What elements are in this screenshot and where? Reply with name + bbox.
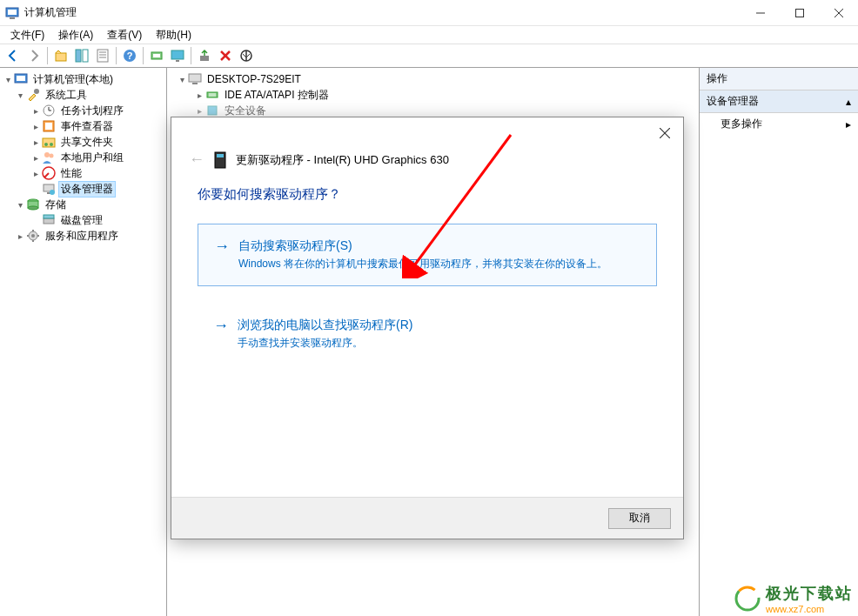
browse-option[interactable]: → 浏览我的电脑以查找驱动程序(R) 手动查找并安装驱动程序。 <box>198 304 657 365</box>
svg-rect-10 <box>97 50 108 62</box>
tree-label: 任务计划程序 <box>58 104 126 118</box>
watermark-text: 极光下载站 <box>766 583 853 604</box>
svg-rect-4 <box>795 9 803 17</box>
more-actions-item[interactable]: 更多操作 ▸ <box>700 113 858 135</box>
close-button[interactable] <box>819 0 858 26</box>
tree-label: 计算机管理(本地) <box>30 72 116 87</box>
tree-label: 事件查看器 <box>58 119 116 134</box>
arrow-right-icon: → <box>214 238 230 254</box>
svg-rect-25 <box>17 76 25 81</box>
expand-icon[interactable]: ▸ <box>30 106 42 116</box>
chevron-right-icon: ▸ <box>846 118 851 131</box>
tree-label: 磁盘管理 <box>58 213 105 228</box>
cancel-button[interactable]: 取消 <box>608 508 671 529</box>
svg-text:?: ? <box>127 50 133 61</box>
svg-rect-50 <box>192 83 198 84</box>
performance-icon <box>42 166 56 180</box>
back-button[interactable] <box>3 46 23 65</box>
tree-local-users[interactable]: ▸ 本地用户和组 <box>0 150 166 165</box>
computer-icon <box>188 72 202 86</box>
svg-rect-9 <box>83 50 88 62</box>
tree-services-apps[interactable]: ▸ 服务和应用程序 <box>0 228 166 244</box>
clock-icon <box>42 104 56 117</box>
tree-shared-folders[interactable]: ▸ 共享文件夹 <box>0 134 166 150</box>
up-button[interactable] <box>51 46 70 65</box>
svg-rect-51 <box>207 92 218 97</box>
maximize-button[interactable] <box>780 0 819 26</box>
forward-button[interactable] <box>24 46 44 65</box>
expand-icon[interactable]: ▸ <box>193 106 205 116</box>
arrow-right-icon: → <box>213 318 229 333</box>
tree-disk-mgmt[interactable]: ▸ 磁盘管理 <box>0 212 166 228</box>
expand-icon[interactable]: ▸ <box>193 90 205 100</box>
computer-mgmt-icon <box>14 72 28 86</box>
tree-storage[interactable]: ▾ 存储 <box>0 197 166 212</box>
auto-search-option[interactable]: → 自动搜索驱动程序(S) Windows 将在你的计算机中搜索最佳可用驱动程序… <box>198 224 657 286</box>
update-driver-button[interactable] <box>195 46 214 65</box>
menu-action[interactable]: 操作(A) <box>51 26 100 44</box>
tree-event-viewer[interactable]: ▸ 事件查看器 <box>0 118 166 134</box>
svg-rect-8 <box>76 50 81 62</box>
storage-icon <box>26 198 40 211</box>
tree-performance[interactable]: ▸ 性能 <box>0 165 166 181</box>
collapse-icon[interactable]: ▾ <box>14 200 26 210</box>
show-hide-tree-button[interactable] <box>72 46 91 65</box>
menu-view[interactable]: 查看(V) <box>100 26 149 44</box>
disable-button[interactable] <box>237 46 256 65</box>
tree-label: 安全设备 <box>222 104 269 118</box>
svg-rect-7 <box>56 53 66 61</box>
dialog-header: ← 更新驱动程序 - Intel(R) UHD Graphics 630 <box>171 117 683 177</box>
svg-rect-17 <box>153 54 160 57</box>
device-icon <box>213 151 227 169</box>
menubar: 文件(F) 操作(A) 查看(V) 帮助(H) <box>0 26 858 44</box>
expand-icon[interactable]: ▸ <box>30 122 42 131</box>
actions-header: 操作 <box>700 68 858 90</box>
tree-device-manager[interactable]: ▸ 设备管理器 <box>0 181 166 197</box>
scan-hardware-button[interactable] <box>147 46 166 65</box>
toolbar: ? <box>0 44 858 68</box>
uninstall-button[interactable] <box>216 46 235 65</box>
watermark-url: www.xz7.com <box>766 604 853 614</box>
window-title: 计算机管理 <box>24 5 741 20</box>
svg-point-26 <box>34 89 39 94</box>
users-icon <box>42 151 56 164</box>
collapse-icon[interactable]: ▾ <box>176 75 188 84</box>
tree-label: 本地用户和组 <box>58 151 126 165</box>
help-button[interactable]: ? <box>120 46 139 65</box>
option-description: Windows 将在你的计算机中搜索最佳可用驱动程序，并将其安装在你的设备上。 <box>238 257 607 271</box>
expand-icon[interactable]: ▸ <box>30 169 42 178</box>
dialog-title: 更新驱动程序 - Intel(R) UHD Graphics 630 <box>236 152 449 168</box>
svg-rect-18 <box>171 50 184 59</box>
device-tree-ide[interactable]: ▸ IDE ATA/ATAPI 控制器 <box>167 87 699 103</box>
watermark-logo-icon <box>734 586 761 612</box>
tools-icon <box>26 88 40 102</box>
tree-task-scheduler[interactable]: ▸ 任务计划程序 <box>0 103 166 118</box>
svg-rect-32 <box>43 138 55 147</box>
tree-label: IDE ATA/ATAPI 控制器 <box>222 88 332 103</box>
menu-help[interactable]: 帮助(H) <box>149 26 198 44</box>
svg-point-35 <box>44 152 50 157</box>
svg-point-41 <box>50 190 55 195</box>
monitor-button[interactable] <box>168 46 187 65</box>
services-icon <box>26 229 40 243</box>
option-title: 自动搜索驱动程序(S) <box>238 238 607 254</box>
svg-point-48 <box>31 234 35 238</box>
svg-point-44 <box>28 206 38 210</box>
device-tree-computer[interactable]: ▾ DESKTOP-7S29EIT <box>167 71 699 87</box>
collapse-icon[interactable]: ▾ <box>14 90 26 100</box>
device-manager-icon <box>42 182 56 196</box>
dialog-close-button[interactable] <box>652 123 678 144</box>
tree-system-tools[interactable]: ▾ 系统工具 <box>0 87 166 103</box>
collapse-icon[interactable]: ▴ <box>846 96 851 108</box>
svg-rect-20 <box>200 56 209 61</box>
collapse-icon[interactable]: ▾ <box>2 75 14 84</box>
svg-rect-2 <box>10 17 15 19</box>
expand-icon[interactable]: ▸ <box>14 231 26 241</box>
expand-icon[interactable]: ▸ <box>30 153 42 163</box>
actions-section[interactable]: 设备管理器 ▴ <box>700 90 858 113</box>
tree-root[interactable]: ▾ 计算机管理(本地) <box>0 71 166 87</box>
expand-icon[interactable]: ▸ <box>30 137 42 147</box>
properties-button[interactable] <box>93 46 112 65</box>
minimize-button[interactable] <box>741 0 780 26</box>
menu-file[interactable]: 文件(F) <box>3 26 51 44</box>
